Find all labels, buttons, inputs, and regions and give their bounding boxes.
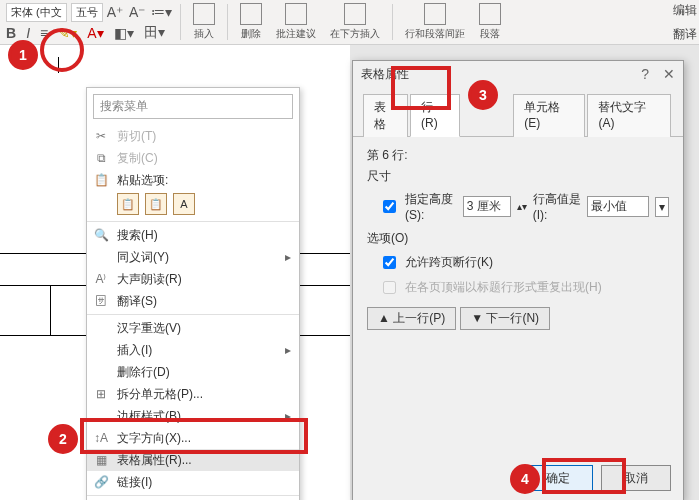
allow-row-break-label: 允许跨页断行(K) [405,254,493,271]
split-cells-icon: ⊞ [93,386,109,402]
paste-icon: 📋 [93,172,109,188]
dropdown-button[interactable]: ▾ [655,197,669,217]
menu-delete-row[interactable]: 删除行(D) [87,361,299,383]
menu-translate[interactable]: 🈂翻译(S) [87,290,299,312]
options-section-label: 选项(O) [367,230,669,247]
row-height-mode-select[interactable]: 最小值 [587,196,649,217]
bold-icon[interactable]: B [6,25,16,41]
delete-icon [240,3,262,25]
translate-label: 翻译 [673,26,697,43]
menu-paste-options: 📋粘贴选项: [87,169,299,191]
annotation-box-4 [542,458,626,494]
annotation-box-3 [391,66,451,110]
repeat-header-checkbox [383,281,396,294]
borders-icon[interactable]: 田▾ [144,24,165,42]
bullets-icon[interactable]: ≔▾ [151,4,172,20]
allow-row-break-checkbox[interactable] [383,256,396,269]
table-properties-icon: ▦ [93,452,109,468]
specify-height-label: 指定高度(S): [405,191,457,222]
annotation-badge-1: 1 [8,40,38,70]
menu-synonyms[interactable]: 同义词(Y)▸ [87,246,299,268]
delete-group[interactable]: 删除 [236,3,266,41]
paragraph-icon [479,3,501,25]
font-family-select[interactable]: 宋体 (中文 [6,3,67,22]
paste-text-only-icon[interactable]: A [173,193,195,215]
annotation-badge-3: 3 [468,80,498,110]
specify-height-checkbox[interactable] [383,200,396,213]
shading-icon[interactable]: ◧▾ [114,25,134,41]
menu-insert[interactable]: 插入(I)▸ [87,339,299,361]
insert-icon [193,3,215,25]
annotation-badge-4: 4 [510,464,540,494]
menu-split-cells[interactable]: ⊞拆分单元格(P)... [87,383,299,405]
annotation-circle-1 [40,28,84,72]
insert-below-icon [344,3,366,25]
menu-cut: ✂剪切(T) [87,125,299,147]
menu-search-input[interactable]: 搜索菜单 [93,94,293,119]
search-icon: 🔍 [93,227,109,243]
copy-icon: ⧉ [93,150,109,166]
menu-search[interactable]: 🔍搜索(H) [87,224,299,246]
insert-group[interactable]: 插入 [189,3,219,41]
chevron-right-icon: ▸ [285,250,291,264]
annotation-box-2 [80,418,308,454]
table-properties-dialog: 表格属性 ?✕ 表格 行(R) 列(U) 单元格(E) 替代文字(A) 第 6 … [352,60,684,500]
font-color-icon[interactable]: A▾ [87,25,103,41]
tab-alt-text[interactable]: 替代文字(A) [587,94,671,137]
read-aloud-icon: A⁾ [93,271,109,287]
row-height-input[interactable]: 3 厘米 [463,196,511,217]
review-group[interactable]: 批注建议 [272,3,320,41]
prev-row-button[interactable]: ▲ 上一行(P) [367,307,456,330]
edit-label: 编辑 [673,2,697,19]
row-number-label: 第 6 行: [367,147,669,164]
menu-copy: ⧉复制(C) [87,147,299,169]
menu-link[interactable]: 🔗链接(I) [87,471,299,493]
close-icon[interactable]: ✕ [663,66,675,82]
line-spacing-icon [424,3,446,25]
decrease-font-icon[interactable]: A⁻ [129,4,145,20]
increase-font-icon[interactable]: A⁺ [107,4,123,20]
link-icon: 🔗 [93,474,109,490]
paste-options-row: 📋 📋 A [87,191,299,219]
repeat-header-label: 在各页顶端以标题行形式重复出现(H) [405,279,602,296]
font-size-select[interactable]: 五号 [71,3,103,22]
paste-keep-source-icon[interactable]: 📋 [117,193,139,215]
menu-read-aloud[interactable]: A⁾大声朗读(R) [87,268,299,290]
paste-merge-icon[interactable]: 📋 [145,193,167,215]
next-row-button[interactable]: ▼ 下一行(N) [460,307,550,330]
cut-icon: ✂ [93,128,109,144]
menu-hanzi-reselect[interactable]: 汉字重选(V) [87,317,299,339]
size-section-label: 尺寸 [367,168,669,185]
insert-below-group[interactable]: 在下方插入 [326,3,384,41]
ribbon-toolbar: 宋体 (中文 五号 A⁺ A⁻ ≔▾ B I ≡ ✎▾ A▾ ◧▾ 田▾ 插入 … [0,0,699,45]
paragraph-group[interactable]: 段落 [475,3,505,41]
review-icon [285,3,307,25]
translate-icon: 🈂 [93,293,109,309]
annotation-badge-2: 2 [48,424,78,454]
help-icon[interactable]: ? [641,66,649,82]
row-height-is-label: 行高值是(I): [533,191,581,222]
tab-cell[interactable]: 单元格(E) [513,94,585,137]
italic-icon[interactable]: I [26,25,30,41]
spacing-group[interactable]: 行和段落间距 [401,3,469,41]
chevron-right-icon: ▸ [285,343,291,357]
